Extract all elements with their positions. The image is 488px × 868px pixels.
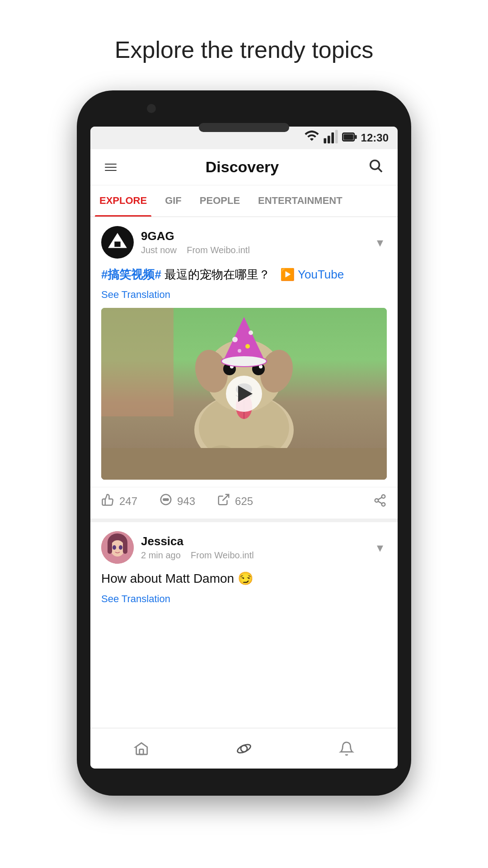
play-triangle-icon <box>238 386 253 402</box>
username-jessica: Jessica <box>141 534 373 548</box>
header-title: Discovery <box>120 158 364 176</box>
repost-icon <box>217 493 230 509</box>
svg-marker-26 <box>224 317 264 360</box>
svg-point-35 <box>167 499 169 500</box>
comment-count: 943 <box>177 495 195 508</box>
wifi-icon <box>304 129 319 146</box>
svg-rect-49 <box>140 749 144 754</box>
svg-rect-45 <box>108 541 112 554</box>
post-meta-jessica: 2 min ago From Weibo.intl <box>141 550 373 561</box>
svg-rect-3 <box>335 130 338 143</box>
username-9gag: 9GAG <box>141 229 373 243</box>
post-text-9gag: #搞笑视频# 最逗的宠物在哪里？ ▶️ YouTube <box>90 266 398 289</box>
menu-button[interactable] <box>101 160 120 175</box>
svg-rect-2 <box>331 132 334 143</box>
post-time-9gag: Just now <box>141 245 177 255</box>
tab-explore[interactable]: EXPLORE <box>90 185 156 217</box>
hashtag-9gag[interactable]: #搞笑视频# <box>101 268 161 281</box>
svg-line-41 <box>378 497 382 500</box>
svg-rect-0 <box>324 138 326 143</box>
page-title: Explore the trendy topics <box>115 36 373 63</box>
post-header-jessica: Jessica 2 min ago From Weibo.intl ▾ <box>90 522 398 571</box>
planet-icon <box>236 741 252 756</box>
svg-point-27 <box>232 337 238 342</box>
nav-home[interactable] <box>120 736 163 761</box>
post-source-jessica: From Weibo.intl <box>191 550 254 560</box>
svg-line-8 <box>378 168 382 172</box>
tab-bar: EXPLORE GIF PEOPLE ENTERTAINMENT <box>90 185 398 217</box>
post-text-jessica: How about Matt Damon 😏 <box>90 571 398 593</box>
post-info-jessica: Jessica 2 min ago From Weibo.intl <box>141 534 373 561</box>
bell-icon <box>339 741 354 756</box>
svg-point-38 <box>375 499 379 502</box>
youtube-link[interactable]: ▶️ YouTube <box>280 268 344 281</box>
like-icon <box>101 493 115 509</box>
signal-icon <box>323 129 338 146</box>
video-thumbnail[interactable] <box>101 308 387 480</box>
phone-frame: 12:30 Discovery EXPLORE GIF PEOPLE E <box>77 90 411 796</box>
svg-rect-46 <box>123 541 127 554</box>
tab-people[interactable]: PEOPLE <box>191 185 249 217</box>
post-time-jessica: 2 min ago <box>141 550 181 560</box>
ground <box>101 448 387 480</box>
comment-icon <box>159 493 173 509</box>
repost-count: 625 <box>235 495 253 508</box>
bottom-nav <box>90 728 398 769</box>
svg-point-39 <box>382 503 385 506</box>
tab-entertainment[interactable]: ENTERTAINMENT <box>249 185 352 217</box>
svg-rect-10 <box>114 241 120 247</box>
svg-point-44 <box>110 540 125 557</box>
svg-point-7 <box>371 160 380 169</box>
post-source-9gag: From Weibo.intl <box>187 245 250 255</box>
battery-icon <box>342 129 357 146</box>
home-icon <box>134 741 149 756</box>
svg-point-51 <box>236 742 252 754</box>
svg-rect-11 <box>114 238 120 241</box>
svg-rect-1 <box>328 136 330 143</box>
post-card-9gag: 9GAG Just now From Weibo.intl ▾ #搞笑视频# 最… <box>90 217 398 522</box>
post-meta-9gag: Just now From Weibo.intl <box>141 245 373 255</box>
svg-rect-6 <box>343 134 353 140</box>
svg-point-28 <box>249 330 253 335</box>
menu-line-1 <box>105 164 117 165</box>
chevron-down-jessica[interactable]: ▾ <box>373 537 387 559</box>
see-translation-9gag[interactable]: See Translation <box>90 289 398 308</box>
status-icons: 12:30 <box>304 129 389 146</box>
phone-screen: 12:30 Discovery EXPLORE GIF PEOPLE E <box>90 127 398 769</box>
post-card-jessica: Jessica 2 min ago From Weibo.intl ▾ How … <box>90 522 398 617</box>
status-time: 12:30 <box>361 132 389 144</box>
nav-discover[interactable] <box>223 736 265 761</box>
repost-action[interactable]: 625 <box>217 493 253 509</box>
post-info-9gag: 9GAG Just now From Weibo.intl <box>141 229 373 255</box>
tab-gif[interactable]: GIF <box>156 185 191 217</box>
app-header: Discovery <box>90 149 398 185</box>
comment-action[interactable]: 943 <box>159 493 195 509</box>
svg-rect-5 <box>355 135 357 139</box>
share-action[interactable] <box>373 494 387 509</box>
youtube-icon: ▶️ <box>280 268 295 281</box>
play-button[interactable] <box>226 376 262 412</box>
brick-wall <box>101 308 174 416</box>
youtube-label: YouTube <box>298 268 344 281</box>
svg-point-47 <box>113 545 116 550</box>
post-header-9gag: 9GAG Just now From Weibo.intl ▾ <box>90 217 398 266</box>
svg-point-48 <box>119 545 122 550</box>
like-action[interactable]: 247 <box>101 493 137 509</box>
like-count: 247 <box>119 495 137 508</box>
post-body-9gag: 最逗的宠物在哪里？ <box>164 268 270 281</box>
avatar-9gag <box>101 226 134 259</box>
menu-line-2 <box>105 167 117 168</box>
post-actions-9gag: 247 943 <box>90 487 398 519</box>
feed: 9GAG Just now From Weibo.intl ▾ #搞笑视频# 最… <box>90 217 398 728</box>
avatar-jessica <box>101 531 134 564</box>
menu-line-3 <box>105 170 117 171</box>
svg-point-29 <box>238 349 241 353</box>
chevron-down-9gag[interactable]: ▾ <box>373 231 387 254</box>
phone-speaker <box>199 123 289 132</box>
nav-notifications[interactable] <box>325 736 368 761</box>
svg-line-40 <box>378 501 382 503</box>
search-button[interactable] <box>364 154 387 180</box>
see-translation-jessica[interactable]: See Translation <box>90 593 398 612</box>
svg-point-31 <box>221 356 267 367</box>
svg-point-37 <box>382 495 385 498</box>
